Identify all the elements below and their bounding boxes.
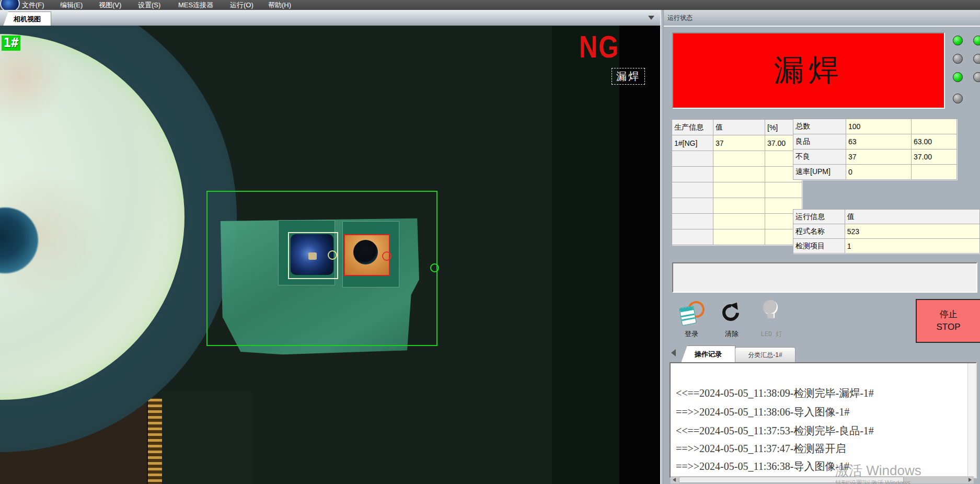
yield-stats-table: 总数 100 良品 63 63.00 不良 37 37.00 速率[UPM] 0 (793, 119, 957, 180)
stop-button-label-en: STOP (937, 321, 961, 333)
table-header-row: 运行信息 值 (793, 210, 980, 224)
log-entry: ==>>2024-05-05_11:36:38-导入图像-1# (676, 459, 849, 474)
col-header: 生产信息 (672, 120, 713, 135)
led-bulb-base (767, 314, 775, 318)
led-bulb-icon[interactable] (763, 300, 778, 315)
table-row: 1#[NG] 37 37.00 (672, 135, 802, 151)
table-row: 不良 37 37.00 (793, 149, 957, 165)
operation-log-list[interactable]: <<==2024-05-05_11:38:09-检测完毕-漏焊-1# ==>>2… (670, 362, 977, 478)
cell-label: 1#[NG] (672, 135, 713, 151)
table-header-row: 生产信息 值 [%] (672, 120, 802, 135)
horizontal-scrollbar[interactable] (671, 476, 974, 483)
tab-camera-view[interactable]: 相机视图 (3, 11, 51, 26)
log-entry: <<==2024-05-05_11:37:53-检测完毕-良品-1# (676, 424, 874, 438)
indicator-light-1 (953, 36, 963, 45)
table-row: 检测项目 1 (793, 239, 980, 253)
production-info-table: 生产信息 值 [%] 1#[NG] 37 37.00 (672, 119, 802, 245)
table-row (672, 229, 802, 245)
led-light-button[interactable]: LED 灯 (757, 330, 786, 339)
log-entry: <<==2024-05-05_11:38:09-检测完毕-漏焊-1# (676, 386, 874, 400)
table-row (672, 198, 802, 214)
windows-activation-watermark: 激活 Windows (835, 462, 921, 480)
menu-run[interactable]: 运行(O) (230, 0, 253, 10)
stop-button[interactable]: 停止 STOP (916, 299, 980, 343)
camera-image-view[interactable]: NG 漏焊 1# (0, 26, 660, 484)
run-info-table: 运行信息 值 程式名称 523 检测项目 1 (793, 209, 980, 253)
indicator-light-4 (953, 94, 963, 103)
connector-strip (147, 399, 162, 484)
col-header: 值 (713, 120, 765, 135)
menu-file[interactable]: 文件(F) (22, 0, 44, 10)
alarm-display: 漏焊 (672, 32, 945, 109)
status-panel-header: 运行状态 (664, 10, 980, 27)
camera-id-badge: 1# (2, 36, 20, 51)
message-box (672, 262, 977, 293)
table-row: 速率[UPM] 0 (793, 165, 957, 180)
menu-help[interactable]: 帮助(H) (268, 0, 291, 10)
table-row (672, 182, 802, 198)
alarm-text: 漏焊 (774, 50, 843, 91)
menu-settings[interactable]: 设置(S) (138, 0, 160, 10)
table-row (672, 214, 802, 229)
vertical-scrollbar[interactable] (967, 363, 976, 477)
indicator-light-2 (953, 54, 963, 64)
indicator-light-3 (953, 72, 963, 82)
table-row: 程式名称 523 (793, 224, 980, 239)
table-row (672, 151, 802, 167)
menu-view[interactable]: 视图(V) (99, 0, 121, 10)
scroll-right-icon[interactable] (969, 478, 972, 482)
defect-tag-label: 漏焊 (612, 68, 645, 85)
cell-value: 37 (713, 135, 765, 151)
login-button[interactable]: 登录 (677, 329, 706, 339)
log-entry: ==>>2024-05-05_11:38:06-导入图像-1# (676, 405, 849, 419)
application-window: 文件(F) 编辑(E) 视图(V) 设置(S) MES连接器 运行(O) 帮助(… (0, 0, 980, 484)
windows-activation-watermark-line2: 转到“设置”以激活 Windows。 (835, 479, 917, 484)
stop-button-label-cn: 停止 (940, 308, 958, 321)
table-row (672, 167, 802, 182)
camera-pane-tabbar: 相机视图 (0, 10, 660, 27)
tab-operation-log[interactable]: 操作记录 (681, 345, 735, 363)
menu-edit[interactable]: 编辑(E) (60, 0, 83, 10)
scroll-left-icon[interactable] (673, 478, 676, 482)
indicator-light-6 (973, 54, 980, 64)
tab-category-summary[interactable]: 分类汇总-1# (735, 347, 795, 363)
indicator-light-7 (973, 72, 980, 82)
log-entry: ==>>2024-05-05_11:37:47-检测器开启 (676, 442, 846, 456)
camera-black-strip (619, 26, 660, 484)
fixture-floor-green (161, 391, 252, 484)
result-ng-text: NG (579, 29, 619, 65)
table-row: 良品 63 63.00 (793, 134, 957, 149)
status-panel-title: 运行状态 (667, 10, 693, 26)
table-row: 总数 100 (793, 119, 957, 134)
login-badge-icon[interactable] (679, 301, 704, 325)
clear-button[interactable]: 清除 (720, 329, 743, 339)
chevron-down-icon[interactable] (648, 16, 654, 20)
roi-rectangle (206, 191, 437, 346)
menu-mes-connector[interactable]: MES连接器 (178, 0, 213, 10)
indicator-light-5 (973, 36, 980, 45)
camera-dark-column (552, 26, 619, 484)
tab-scroll-left-icon[interactable] (671, 349, 676, 356)
menu-bar: 文件(F) 编辑(E) 视图(V) 设置(S) MES连接器 运行(O) 帮助(… (0, 0, 980, 10)
